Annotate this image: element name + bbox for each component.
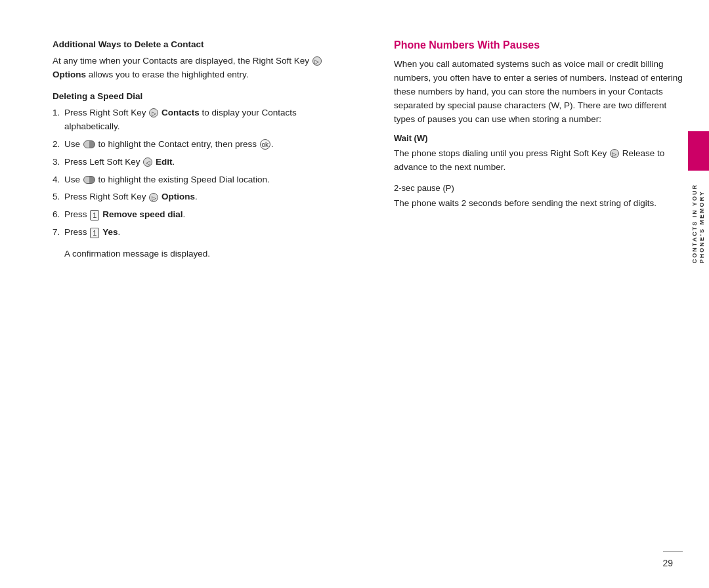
- sidebar-label: CONTACTS IN YOURPHONE'S MEMORY: [691, 184, 706, 263]
- step-7-number: 7.: [53, 226, 60, 240]
- step-5-text: Press Right Soft Key ▷ Options.: [64, 192, 198, 201]
- step-5-number: 5.: [53, 190, 60, 204]
- right-soft-key-icon-release: ▷: [610, 149, 619, 158]
- intro-text-1: At any time when your Contacts are displ…: [53, 56, 309, 66]
- pause-heading-text: 2-sec pause (P): [394, 183, 454, 193]
- step-5: 5. Press Right Soft Key ▷ Options.: [53, 190, 341, 204]
- divider-line: [663, 551, 683, 552]
- step-1-number: 1.: [53, 106, 60, 120]
- left-soft-key-icon-edit: ◁: [143, 158, 152, 167]
- key-1-remove: 1: [90, 210, 99, 220]
- step-3-number: 3.: [53, 156, 60, 169]
- remove-speed-dial-bold: Remove speed dial: [102, 209, 183, 219]
- page-number: 29: [662, 558, 673, 568]
- left-column: Additional Ways to Delete a Contact At a…: [53, 39, 354, 562]
- sidebar-pink-block: [688, 131, 709, 171]
- page-container: Additional Ways to Delete a Contact At a…: [0, 0, 709, 588]
- step-2-number: 2.: [53, 138, 60, 152]
- contacts-bold: Contacts: [161, 108, 200, 117]
- options-bold-1: Options: [53, 70, 86, 79]
- step-2: 2. Use to highlight the Contact entry, t…: [53, 138, 341, 152]
- right-soft-key-icon-options: ▷: [312, 56, 322, 66]
- step-6: 6. Press 1 Remove speed dial.: [53, 208, 341, 222]
- additional-ways-section: Additional Ways to Delete a Contact At a…: [53, 39, 341, 82]
- pause-section: 2-sec pause (P) The phone waits 2 second…: [394, 183, 683, 211]
- confirmation-message: A confirmation message is displayed.: [53, 247, 341, 261]
- right-soft-key-icon-contacts: ▷: [149, 108, 158, 117]
- phone-numbers-heading: Phone Numbers With Pauses: [394, 39, 683, 51]
- deleting-speed-dial-heading: Deleting a Speed Dial: [53, 91, 341, 101]
- wait-text-1: The phone stops dialing until you press …: [394, 148, 607, 158]
- deleting-speed-dial-section: Deleting a Speed Dial 1. Press Right Sof…: [53, 91, 341, 261]
- phone-numbers-intro: When you call automated systems such as …: [394, 58, 683, 127]
- nav-scroll-icon-1: [83, 140, 95, 148]
- right-column: Phone Numbers With Pauses When you call …: [381, 39, 683, 562]
- step-7: 7. Press 1 Yes.: [53, 226, 341, 240]
- options-bold-2: Options: [161, 192, 195, 201]
- wait-text: The phone stops dialing until you press …: [394, 147, 683, 175]
- steps-list: 1. Press Right Soft Key ▷ Contacts to di…: [53, 106, 341, 240]
- step-4: 4. Use to highlight the existing Speed D…: [53, 173, 341, 187]
- step-4-number: 4.: [53, 173, 60, 187]
- edit-bold: Edit: [156, 157, 173, 167]
- step-3: 3. Press Left Soft Key ◁ Edit.: [53, 156, 341, 169]
- additional-ways-heading: Additional Ways to Delete a Contact: [53, 39, 341, 49]
- right-soft-key-icon-options2: ▷: [149, 193, 158, 202]
- intro-text-2: allows you to erase the highlighted entr…: [89, 70, 249, 79]
- nav-scroll-icon-2: [83, 176, 95, 184]
- step-4-text: Use to highlight the existing Speed Dial…: [64, 175, 270, 184]
- step-3-text: Press Left Soft Key ◁ Edit.: [64, 157, 175, 167]
- step-6-number: 6.: [53, 208, 60, 222]
- yes-bold: Yes: [102, 227, 118, 237]
- wait-section: Wait (W) The phone stops dialing until y…: [394, 133, 683, 175]
- pause-heading: 2-sec pause (P): [394, 183, 683, 193]
- wait-heading: Wait (W): [394, 133, 683, 143]
- additional-ways-text: At any time when your Contacts are displ…: [53, 54, 341, 82]
- main-content: Additional Ways to Delete a Contact At a…: [0, 0, 709, 588]
- step-7-text: Press 1 Yes.: [64, 227, 120, 237]
- key-1-yes: 1: [90, 228, 99, 238]
- pause-text: The phone waits 2 seconds before sending…: [394, 197, 683, 211]
- sidebar-tab: CONTACTS IN YOURPHONE'S MEMORY: [688, 0, 709, 588]
- step-2-text: Use to highlight the Contact entry, then…: [64, 139, 273, 149]
- step-1: 1. Press Right Soft Key ▷ Contacts to di…: [53, 106, 341, 134]
- sidebar-text-area: CONTACTS IN YOURPHONE'S MEMORY: [691, 171, 706, 270]
- sidebar-label-text: CONTACTS IN YOURPHONE'S MEMORY: [691, 184, 705, 263]
- step-1-text: Press Right Soft Key ▷ Contacts to displ…: [64, 108, 297, 131]
- ok-key-icon: ok: [260, 139, 270, 150]
- step-6-text: Press 1 Remove speed dial.: [64, 209, 185, 219]
